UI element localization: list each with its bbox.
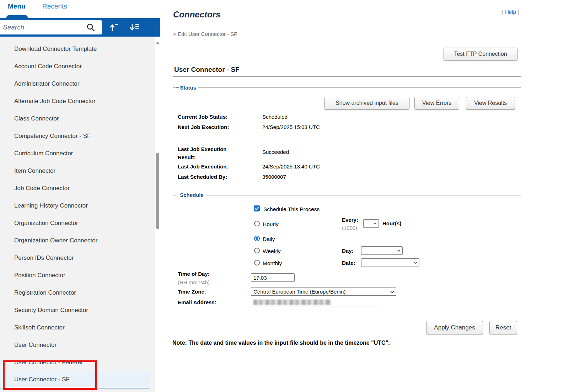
every-hours-select[interactable]	[363, 219, 379, 228]
time-of-day-hint: (HH:mm 24h)	[178, 279, 210, 285]
search-box[interactable]	[0, 20, 102, 34]
last-job-execution-result-label: Last Job Execution Result:	[178, 145, 238, 161]
sidebar-item[interactable]: Administrator Connector	[0, 75, 150, 92]
sidebar-item[interactable]: User Connector - Federal	[0, 354, 150, 371]
sidebar-item[interactable]: Account Code Connector	[0, 58, 150, 75]
sidebar-item[interactable]: Person IDs Connector	[0, 249, 150, 267]
checkmark-icon	[254, 206, 259, 211]
schedule-section-legend: − Schedule	[173, 192, 521, 198]
show-archived-input-files-button[interactable]: Show archived input files	[324, 97, 409, 109]
sidebar: Menu Recents	[0, 0, 160, 392]
sidebar-item[interactable]: Class Connector	[0, 110, 150, 127]
title-rule	[173, 76, 521, 77]
page-title: Connectors	[173, 10, 220, 20]
chevron-down-icon	[397, 249, 401, 252]
sidebar-item[interactable]: Curriculum Connector	[0, 145, 150, 162]
sidebar-item[interactable]: Security Domain Connector	[0, 301, 150, 319]
every-label: Every:	[342, 217, 358, 223]
tab-menu[interactable]: Menu	[8, 2, 26, 10]
collapse-section-icon[interactable]: −	[176, 192, 179, 198]
time-of-day-value: 17:03	[253, 275, 267, 281]
chevron-down-icon	[414, 262, 417, 264]
apply-changes-button[interactable]: Apply Changes	[426, 321, 483, 334]
collapse-section-icon[interactable]: −	[176, 85, 179, 90]
sidebar-item[interactable]: Learning History Connector	[0, 197, 150, 214]
arrow-down-list-icon[interactable]	[129, 22, 139, 32]
reset-button[interactable]: Reset	[489, 321, 517, 334]
view-errors-button[interactable]: View Errors	[414, 97, 459, 109]
arrow-up-collapse-icon[interactable]	[109, 22, 119, 32]
daily-radio[interactable]	[254, 236, 260, 241]
schedule-legend-label: Schedule	[180, 192, 204, 198]
last-scheduled-by-value: 35000007	[262, 174, 286, 180]
sidebar-item[interactable]: Skillsoft Connector	[0, 319, 150, 336]
day-select[interactable]	[361, 246, 403, 255]
time-of-day-input[interactable]: 17:03	[251, 273, 295, 282]
sidebar-item[interactable]: Organization Connector	[0, 214, 150, 232]
help-link[interactable]: Help	[505, 9, 516, 15]
time-zone-select[interactable]: Central European Time (Europe/Berlin)	[251, 288, 396, 296]
date-select[interactable]	[361, 258, 419, 267]
dotted-separator	[173, 25, 521, 25]
legend-line	[198, 87, 521, 88]
sidebar-item[interactable]: Alternate Job Code Connector	[0, 92, 150, 110]
hours-label: Hour(s)	[382, 220, 401, 226]
sidebar-item[interactable]: User Connector	[0, 336, 150, 354]
weekly-radio[interactable]	[254, 248, 260, 253]
status-legend-label: Status	[180, 85, 196, 91]
sidebar-item[interactable]: Position Connector	[0, 267, 150, 284]
last-job-execution-result-value: Succeeded	[262, 149, 289, 155]
legend-tick	[173, 87, 176, 88]
current-job-status-value: Scheduled	[262, 114, 288, 120]
weekly-label: Weekly	[263, 248, 281, 254]
schedule-this-process-label: Schedule This Process	[263, 206, 320, 213]
search-input[interactable]	[0, 23, 85, 31]
sidebar-item[interactable]: Item Connector	[0, 162, 150, 179]
last-job-execution-label: Last Job Execution:	[178, 163, 229, 170]
sidebar-item[interactable]: Organization Owner Connector	[0, 232, 150, 249]
sidebar-divider	[160, 0, 160, 392]
next-job-execution-label: Next Job Execution:	[178, 124, 229, 130]
next-job-execution-value: 24/Sep/2025 15:03 UTC	[262, 124, 320, 130]
scroll-up-arrow-icon[interactable]	[156, 42, 160, 44]
sidebar-scrollbar[interactable]	[155, 37, 160, 392]
help-area: | Help |	[502, 9, 519, 15]
divider: |	[518, 9, 519, 15]
redacted-email-value	[253, 300, 331, 305]
current-job-status-label: Current Job Status:	[178, 114, 227, 120]
view-results-button[interactable]: View Results	[466, 97, 515, 109]
note-text: Note: The date and time values in the in…	[172, 340, 390, 346]
time-of-day-label: Time of Day:	[178, 271, 210, 277]
sidebar-item[interactable]: Job Code Connector	[0, 179, 150, 197]
hourly-label: Hourly	[263, 221, 279, 227]
active-tab-indicator	[6, 15, 28, 18]
status-section-legend: − Status	[173, 85, 521, 91]
chevron-down-icon	[373, 222, 377, 225]
sidebar-item[interactable]: Download Connector Template	[0, 40, 150, 58]
divider: |	[502, 9, 503, 15]
test-ftp-connection-button[interactable]: Test FTP Connection	[444, 48, 517, 60]
monthly-label: Monthly	[263, 260, 282, 267]
schedule-this-process-checkbox[interactable]	[254, 205, 260, 211]
connector-list: Download Connector Template Account Code…	[0, 40, 150, 388]
sidebar-item-user-connector-sf[interactable]: User Connector - SF	[0, 371, 150, 388]
daily-label: Daily	[263, 236, 275, 242]
legend-line	[206, 195, 521, 195]
monthly-radio[interactable]	[254, 260, 260, 265]
breadcrumb: > Edit User Connector - SF	[173, 31, 237, 37]
date-label: Date:	[342, 260, 355, 266]
hourly-radio[interactable]	[254, 221, 260, 226]
time-zone-value: Central European Time (Europe/Berlin)	[253, 289, 345, 295]
every-hint: (1000)	[342, 225, 357, 231]
email-address-label: Email Address:	[178, 299, 216, 305]
sidebar-item[interactable]: Registration Connector	[0, 284, 150, 301]
search-icon[interactable]	[86, 23, 95, 32]
last-scheduled-by-label: Last Scheduled By:	[178, 174, 227, 180]
day-label: Day:	[342, 248, 354, 254]
tab-recents[interactable]: Recents	[42, 2, 67, 10]
sidebar-item[interactable]: Competency Connector - SF	[0, 127, 150, 145]
chevron-down-icon	[390, 291, 394, 293]
scrollbar-thumb[interactable]	[156, 153, 159, 229]
legend-tick	[173, 195, 176, 195]
email-address-input[interactable]	[251, 298, 380, 306]
